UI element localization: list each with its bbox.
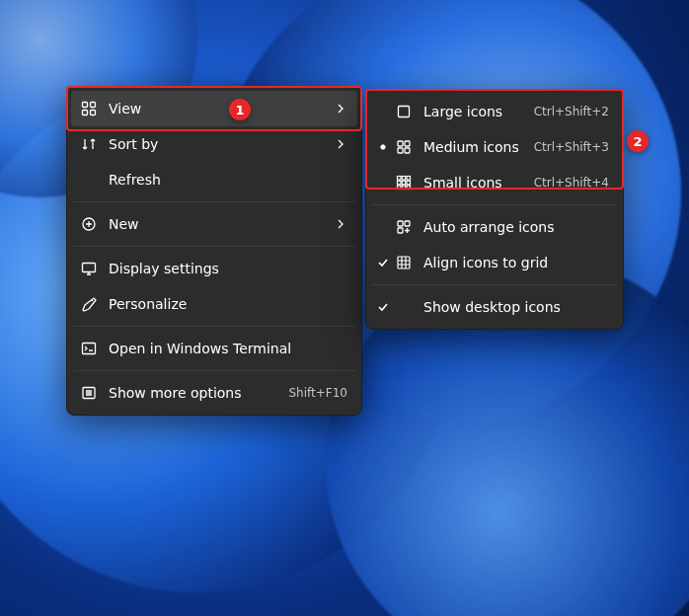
submenu-item-small-icons[interactable]: Small icons Ctrl+Shift+4 <box>370 165 619 200</box>
submenu-item-align-to-grid[interactable]: Align icons to grid <box>370 245 619 280</box>
svg-rect-18 <box>402 181 406 185</box>
svg-rect-3 <box>91 111 96 116</box>
menu-item-more-options[interactable]: Show more options Shift+F10 <box>71 375 357 411</box>
svg-rect-10 <box>398 141 403 146</box>
menu-item-label: Display settings <box>109 261 347 276</box>
menu-separator <box>73 246 355 247</box>
svg-rect-13 <box>405 148 410 153</box>
check-mark-checked <box>374 257 392 269</box>
menu-item-label: View <box>109 101 334 116</box>
submenu-item-large-icons[interactable]: Large icons Ctrl+Shift+2 <box>370 94 619 129</box>
svg-rect-25 <box>398 228 403 233</box>
submenu-item-medium-icons[interactable]: Medium icons Ctrl+Shift+3 <box>370 129 619 165</box>
svg-rect-23 <box>398 221 403 226</box>
menu-item-shortcut: Ctrl+Shift+2 <box>534 105 609 118</box>
menu-item-shortcut: Shift+F10 <box>288 386 347 400</box>
menu-item-display-settings[interactable]: Display settings <box>71 251 357 286</box>
auto-arrange-icon <box>394 219 414 235</box>
menu-separator <box>372 204 617 205</box>
svg-rect-5 <box>83 264 96 272</box>
annotation-badge-2: 2 <box>627 130 649 152</box>
submenu-item-show-desktop-icons[interactable]: Show desktop icons <box>370 289 619 325</box>
menu-item-view[interactable]: View <box>71 91 357 126</box>
menu-separator <box>73 370 355 371</box>
chevron-right-icon <box>334 139 347 149</box>
svg-rect-2 <box>83 111 88 116</box>
svg-rect-12 <box>398 148 403 153</box>
svg-rect-6 <box>83 344 96 354</box>
view-icon <box>79 101 99 116</box>
annotation-badge-1: 1 <box>229 99 251 120</box>
svg-rect-1 <box>91 103 96 108</box>
large-icons-icon <box>394 104 414 119</box>
menu-item-refresh[interactable]: Refresh <box>71 162 357 197</box>
sort-icon <box>79 136 99 152</box>
chevron-right-icon <box>334 104 347 114</box>
menu-item-label: Show desktop icons <box>423 299 609 315</box>
menu-separator <box>372 284 617 285</box>
menu-item-label: Refresh <box>109 172 347 188</box>
small-icons-icon <box>394 175 414 191</box>
terminal-icon <box>79 341 99 356</box>
svg-point-9 <box>381 145 385 149</box>
menu-item-terminal[interactable]: Open in Windows Terminal <box>71 331 357 366</box>
svg-rect-0 <box>83 103 88 108</box>
svg-rect-19 <box>407 181 411 185</box>
menu-item-label: Open in Windows Terminal <box>109 341 347 356</box>
menu-item-new[interactable]: New <box>71 206 357 242</box>
menu-item-label: Auto arrange icons <box>423 219 609 235</box>
svg-rect-16 <box>407 177 411 181</box>
more-options-icon <box>79 385 99 401</box>
radio-mark-selected <box>374 143 392 151</box>
menu-item-label: Small icons <box>423 175 526 191</box>
svg-rect-11 <box>405 141 410 146</box>
display-icon <box>79 261 99 276</box>
svg-rect-22 <box>407 186 411 190</box>
svg-rect-20 <box>398 186 402 190</box>
menu-item-label: Show more options <box>109 385 280 401</box>
menu-item-label: Large icons <box>423 104 526 119</box>
menu-item-label: New <box>109 216 334 232</box>
new-icon <box>79 216 99 232</box>
svg-rect-24 <box>405 221 410 226</box>
chevron-right-icon <box>334 219 347 229</box>
view-submenu: Large icons Ctrl+Shift+2 Medium icons Ct… <box>365 89 624 330</box>
menu-item-shortcut: Ctrl+Shift+3 <box>534 140 609 154</box>
svg-rect-8 <box>399 107 410 117</box>
svg-rect-15 <box>402 177 406 181</box>
menu-item-label: Sort by <box>109 136 334 152</box>
check-mark-checked <box>374 301 392 313</box>
svg-rect-21 <box>402 186 406 190</box>
submenu-item-auto-arrange[interactable]: Auto arrange icons <box>370 209 619 245</box>
svg-rect-26 <box>398 257 410 269</box>
menu-item-label: Align icons to grid <box>423 255 609 270</box>
menu-separator <box>73 201 355 202</box>
menu-item-sort-by[interactable]: Sort by <box>71 126 357 162</box>
menu-item-shortcut: Ctrl+Shift+4 <box>534 176 609 190</box>
grid-icon <box>394 255 414 270</box>
svg-rect-14 <box>398 177 402 181</box>
menu-separator <box>73 326 355 327</box>
menu-item-label: Personalize <box>109 296 347 312</box>
personalize-icon <box>79 296 99 312</box>
menu-item-personalize[interactable]: Personalize <box>71 286 357 322</box>
medium-icons-icon <box>394 139 414 155</box>
desktop-context-menu: View Sort by Refresh New <box>66 86 362 416</box>
menu-item-label: Medium icons <box>423 139 526 155</box>
svg-rect-17 <box>398 181 402 185</box>
